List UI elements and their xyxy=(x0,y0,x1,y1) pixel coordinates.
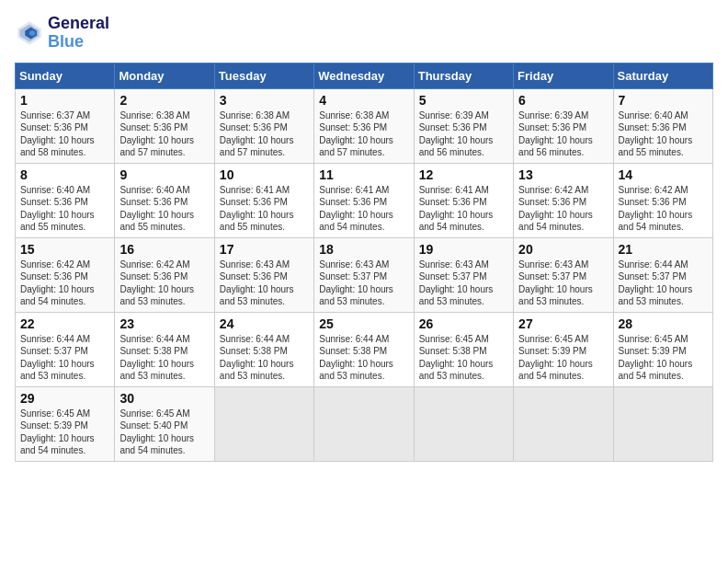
day-info: Sunrise: 6:43 AMSunset: 5:37 PMDaylight:… xyxy=(419,259,494,307)
calendar-day-21: 21 Sunrise: 6:44 AMSunset: 5:37 PMDaylig… xyxy=(613,237,712,312)
day-info: Sunrise: 6:42 AMSunset: 5:36 PMDaylight:… xyxy=(20,259,95,307)
calendar-empty xyxy=(314,386,414,461)
col-header-tuesday: Tuesday xyxy=(214,63,313,88)
calendar-day-10: 10 Sunrise: 6:41 AMSunset: 5:36 PMDaylig… xyxy=(214,163,313,237)
day-number: 22 xyxy=(20,316,109,331)
day-number: 23 xyxy=(119,316,209,331)
day-number: 15 xyxy=(20,242,109,257)
col-header-thursday: Thursday xyxy=(414,63,513,88)
calendar-day-6: 6 Sunrise: 6:39 AMSunset: 5:36 PMDayligh… xyxy=(514,88,613,163)
col-header-wednesday: Wednesday xyxy=(314,63,414,88)
day-number: 27 xyxy=(518,316,608,331)
day-info: Sunrise: 6:40 AMSunset: 5:36 PMDaylight:… xyxy=(20,185,95,233)
calendar-week-4: 22 Sunrise: 6:44 AMSunset: 5:37 PMDaylig… xyxy=(16,312,713,386)
day-info: Sunrise: 6:44 AMSunset: 5:37 PMDaylight:… xyxy=(619,259,693,307)
day-number: 26 xyxy=(419,316,508,331)
calendar-day-30: 30 Sunrise: 6:45 AMSunset: 5:40 PMDaylig… xyxy=(115,386,214,461)
day-info: Sunrise: 6:42 AMSunset: 5:36 PMDaylight:… xyxy=(619,185,693,233)
calendar-day-7: 7 Sunrise: 6:40 AMSunset: 5:36 PMDayligh… xyxy=(613,88,712,163)
day-info: Sunrise: 6:43 AMSunset: 5:37 PMDaylight:… xyxy=(319,259,393,307)
day-info: Sunrise: 6:43 AMSunset: 5:36 PMDaylight:… xyxy=(220,259,294,307)
day-number: 8 xyxy=(20,167,109,182)
col-header-monday: Monday xyxy=(115,63,214,88)
day-number: 9 xyxy=(119,167,209,182)
day-number: 14 xyxy=(619,167,708,182)
day-info: Sunrise: 6:45 AMSunset: 5:39 PMDaylight:… xyxy=(619,334,693,382)
calendar-day-13: 13 Sunrise: 6:42 AMSunset: 5:36 PMDaylig… xyxy=(514,163,613,237)
calendar-day-20: 20 Sunrise: 6:43 AMSunset: 5:37 PMDaylig… xyxy=(514,237,613,312)
day-number: 1 xyxy=(20,93,109,108)
col-header-saturday: Saturday xyxy=(613,63,712,88)
calendar-day-8: 8 Sunrise: 6:40 AMSunset: 5:36 PMDayligh… xyxy=(16,163,115,237)
day-info: Sunrise: 6:44 AMSunset: 5:38 PMDaylight:… xyxy=(119,334,194,382)
day-number: 18 xyxy=(319,242,408,257)
day-number: 30 xyxy=(119,391,209,406)
calendar-table: SundayMondayTuesdayWednesdayThursdayFrid… xyxy=(15,63,713,462)
calendar-week-3: 15 Sunrise: 6:42 AMSunset: 5:36 PMDaylig… xyxy=(16,237,713,312)
day-number: 13 xyxy=(518,167,608,182)
day-info: Sunrise: 6:42 AMSunset: 5:36 PMDaylight:… xyxy=(119,259,194,307)
day-info: Sunrise: 6:45 AMSunset: 5:40 PMDaylight:… xyxy=(119,408,194,456)
day-number: 25 xyxy=(319,316,408,331)
calendar-day-18: 18 Sunrise: 6:43 AMSunset: 5:37 PMDaylig… xyxy=(314,237,414,312)
logo-text: GeneralBlue xyxy=(48,15,109,52)
day-info: Sunrise: 6:37 AMSunset: 5:36 PMDaylight:… xyxy=(20,110,95,158)
day-info: Sunrise: 6:40 AMSunset: 5:36 PMDaylight:… xyxy=(119,185,194,233)
day-number: 28 xyxy=(619,316,708,331)
calendar-empty xyxy=(514,386,613,461)
day-info: Sunrise: 6:43 AMSunset: 5:37 PMDaylight:… xyxy=(518,259,593,307)
calendar-day-2: 2 Sunrise: 6:38 AMSunset: 5:36 PMDayligh… xyxy=(115,88,214,163)
day-number: 7 xyxy=(619,93,708,108)
calendar-day-14: 14 Sunrise: 6:42 AMSunset: 5:36 PMDaylig… xyxy=(613,163,712,237)
day-number: 6 xyxy=(518,93,608,108)
logo-icon xyxy=(15,18,44,48)
calendar-empty xyxy=(214,386,313,461)
calendar-day-4: 4 Sunrise: 6:38 AMSunset: 5:36 PMDayligh… xyxy=(314,88,414,163)
calendar-day-3: 3 Sunrise: 6:38 AMSunset: 5:36 PMDayligh… xyxy=(214,88,313,163)
calendar-day-19: 19 Sunrise: 6:43 AMSunset: 5:37 PMDaylig… xyxy=(414,237,513,312)
day-number: 20 xyxy=(518,242,608,257)
day-number: 12 xyxy=(419,167,508,182)
day-info: Sunrise: 6:39 AMSunset: 5:36 PMDaylight:… xyxy=(518,110,593,158)
page-header: GeneralBlue xyxy=(15,15,713,52)
calendar-body: 1 Sunrise: 6:37 AMSunset: 5:36 PMDayligh… xyxy=(16,88,713,461)
day-number: 24 xyxy=(220,316,309,331)
calendar-empty xyxy=(613,386,712,461)
day-info: Sunrise: 6:42 AMSunset: 5:36 PMDaylight:… xyxy=(518,185,593,233)
day-number: 2 xyxy=(119,93,209,108)
calendar-week-2: 8 Sunrise: 6:40 AMSunset: 5:36 PMDayligh… xyxy=(16,163,713,237)
calendar-day-27: 27 Sunrise: 6:45 AMSunset: 5:39 PMDaylig… xyxy=(514,312,613,386)
day-number: 11 xyxy=(319,167,408,182)
day-info: Sunrise: 6:41 AMSunset: 5:36 PMDaylight:… xyxy=(419,185,494,233)
col-header-sunday: Sunday xyxy=(16,63,115,88)
day-info: Sunrise: 6:45 AMSunset: 5:38 PMDaylight:… xyxy=(419,334,494,382)
calendar-day-25: 25 Sunrise: 6:44 AMSunset: 5:38 PMDaylig… xyxy=(314,312,414,386)
day-info: Sunrise: 6:38 AMSunset: 5:36 PMDaylight:… xyxy=(119,110,194,158)
day-number: 4 xyxy=(319,93,408,108)
day-info: Sunrise: 6:44 AMSunset: 5:38 PMDaylight:… xyxy=(319,334,393,382)
logo: GeneralBlue xyxy=(15,15,109,52)
day-number: 17 xyxy=(220,242,309,257)
day-number: 5 xyxy=(419,93,508,108)
day-info: Sunrise: 6:41 AMSunset: 5:36 PMDaylight:… xyxy=(319,185,393,233)
day-info: Sunrise: 6:41 AMSunset: 5:36 PMDaylight:… xyxy=(220,185,294,233)
day-info: Sunrise: 6:40 AMSunset: 5:36 PMDaylight:… xyxy=(619,110,693,158)
calendar-header-row: SundayMondayTuesdayWednesdayThursdayFrid… xyxy=(16,63,713,88)
calendar-day-17: 17 Sunrise: 6:43 AMSunset: 5:36 PMDaylig… xyxy=(214,237,313,312)
day-number: 19 xyxy=(419,242,508,257)
calendar-day-26: 26 Sunrise: 6:45 AMSunset: 5:38 PMDaylig… xyxy=(414,312,513,386)
day-info: Sunrise: 6:44 AMSunset: 5:37 PMDaylight:… xyxy=(20,334,95,382)
calendar-day-28: 28 Sunrise: 6:45 AMSunset: 5:39 PMDaylig… xyxy=(613,312,712,386)
day-number: 10 xyxy=(220,167,309,182)
calendar-day-9: 9 Sunrise: 6:40 AMSunset: 5:36 PMDayligh… xyxy=(115,163,214,237)
calendar-empty xyxy=(414,386,513,461)
calendar-day-22: 22 Sunrise: 6:44 AMSunset: 5:37 PMDaylig… xyxy=(16,312,115,386)
day-number: 29 xyxy=(20,391,109,406)
calendar-day-5: 5 Sunrise: 6:39 AMSunset: 5:36 PMDayligh… xyxy=(414,88,513,163)
calendar-day-12: 12 Sunrise: 6:41 AMSunset: 5:36 PMDaylig… xyxy=(414,163,513,237)
calendar-day-11: 11 Sunrise: 6:41 AMSunset: 5:36 PMDaylig… xyxy=(314,163,414,237)
calendar-day-1: 1 Sunrise: 6:37 AMSunset: 5:36 PMDayligh… xyxy=(16,88,115,163)
calendar-day-16: 16 Sunrise: 6:42 AMSunset: 5:36 PMDaylig… xyxy=(115,237,214,312)
day-info: Sunrise: 6:38 AMSunset: 5:36 PMDaylight:… xyxy=(220,110,294,158)
calendar-day-24: 24 Sunrise: 6:44 AMSunset: 5:38 PMDaylig… xyxy=(214,312,313,386)
